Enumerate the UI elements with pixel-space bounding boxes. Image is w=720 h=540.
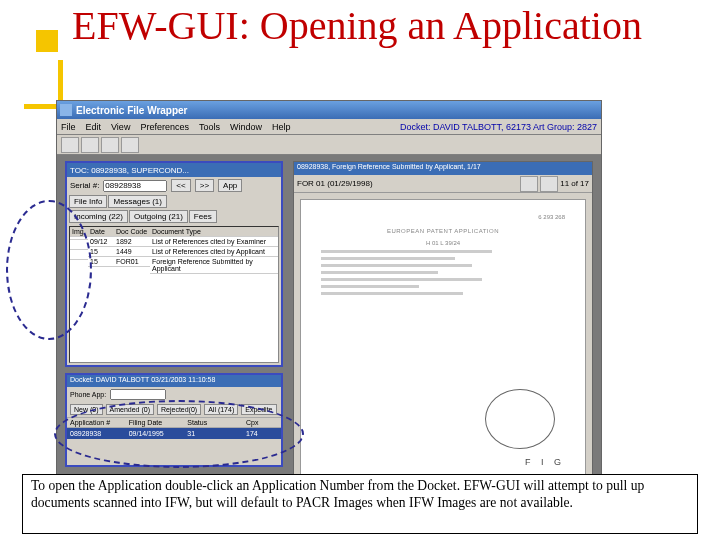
doc-line1: EUROPEAN PATENT APPLICATION [321, 228, 565, 234]
table-row[interactable]: 15 1449 List of References cited by Appl… [70, 247, 278, 257]
figure-circle [485, 389, 555, 449]
callout-oval-bottom [54, 400, 304, 468]
next-button[interactable]: >> [195, 179, 214, 192]
callout-oval-left [6, 200, 92, 340]
menu-edit[interactable]: Edit [86, 122, 102, 132]
footer-text: To open the Application double-click an … [31, 478, 644, 510]
toolbar-button[interactable] [81, 137, 99, 153]
tab-messages[interactable]: Messages (1) [108, 195, 166, 208]
filter-input[interactable] [110, 389, 166, 400]
window-titlebar: Electronic File Wrapper [57, 101, 601, 119]
app-button[interactable]: App [218, 179, 242, 192]
table-row[interactable]: 09/12 1892 List of References cited by E… [70, 237, 278, 247]
serial-label: Serial #: [70, 181, 99, 190]
slide-title: EFW-GUI: Opening an Application [72, 4, 642, 48]
docket-title: Docket: DAVID TALBOTT 03/21/2003 11:10:5… [67, 375, 281, 387]
app-icon [60, 104, 72, 116]
col-desc: Document Type [150, 227, 278, 237]
toc-table: Img Date Doc Code Document Type 09/12 18… [69, 226, 279, 363]
toc-panel: TOC: 08928938, SUPERCOND... Serial #: <<… [65, 161, 283, 367]
zoom-field[interactable]: 11 [560, 179, 569, 188]
doc-header: 6 293 268 [321, 214, 565, 220]
doc-title: 08928938, Foreign Reference Submitted by… [294, 162, 592, 175]
toc-title: TOC: 08928938, SUPERCOND... [67, 163, 281, 177]
menu-window[interactable]: Window [230, 122, 262, 132]
page-count: of 17 [571, 179, 589, 188]
toolbar-button[interactable] [101, 137, 119, 153]
col-date: Date [88, 227, 114, 237]
filter-label: Phone App: [70, 391, 106, 398]
menu-file[interactable]: File [61, 122, 76, 132]
menubar: File Edit View Preferences Tools Window … [57, 119, 601, 135]
toolbar-button[interactable] [61, 137, 79, 153]
tab-fileinfo[interactable]: File Info [69, 195, 107, 208]
menu-preferences[interactable]: Preferences [140, 122, 189, 132]
figure-label: F I G [525, 457, 565, 467]
doc-subtitle: FOR 01 (01/29/1998) [297, 179, 373, 188]
col-code: Doc Code [114, 227, 150, 237]
doc-page: 6 293 268 EUROPEAN PATENT APPLICATION H … [300, 199, 586, 478]
toolbar [57, 135, 601, 155]
toolbar-button[interactable] [121, 137, 139, 153]
prev-button[interactable]: << [171, 179, 190, 192]
tab-outgoing[interactable]: Outgoing (21) [129, 210, 188, 223]
toc-tabs: File Info Messages (1) [67, 194, 281, 209]
doc-line2: H 01 L 39/24 [321, 240, 565, 246]
menu-help[interactable]: Help [272, 122, 291, 132]
nav-next-icon[interactable] [540, 176, 558, 192]
footer-text-box: To open the Application double-click an … [22, 474, 698, 534]
menu-view[interactable]: View [111, 122, 130, 132]
window-title: Electronic File Wrapper [76, 105, 188, 116]
docket-label: Docket: DAVID TALBOTT, 62173 Art Group: … [400, 122, 597, 132]
table-row[interactable]: 15 FOR01 Foreign Reference Submitted by … [70, 257, 278, 274]
doc-toolbar: FOR 01 (01/29/1998) 11 of 17 [294, 175, 592, 193]
serial-input[interactable] [103, 180, 167, 192]
doc-viewer: 08928938, Foreign Reference Submitted by… [293, 161, 593, 485]
toc-tabs-2: Incoming (22) Outgoing (21) Fees [67, 209, 281, 224]
bullet-decor [36, 30, 58, 52]
tab-fees[interactable]: Fees [189, 210, 217, 223]
menu-tools[interactable]: Tools [199, 122, 220, 132]
nav-prev-icon[interactable] [520, 176, 538, 192]
